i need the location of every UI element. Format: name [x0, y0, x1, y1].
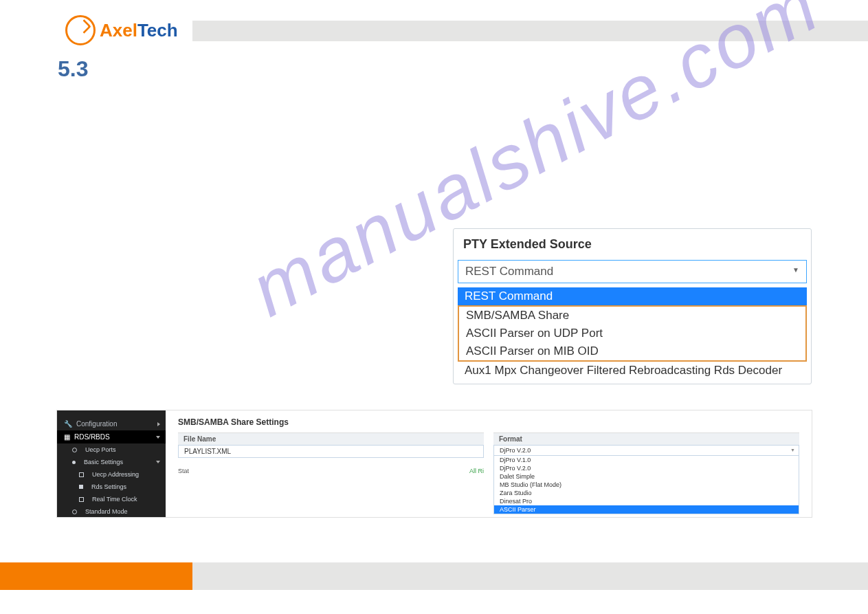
pty-option-udp[interactable]: ASCII Parser on UDP Port	[459, 325, 805, 342]
settings-panel: 🔧Configuration ▦RDS/RBDS Uecp Ports Basi…	[56, 410, 812, 518]
pty-select-field[interactable]: REST Command	[458, 260, 807, 283]
settings-main: SMB/SAMBA Share Settings File Name PLAYL…	[166, 410, 812, 517]
logo-icon	[65, 15, 96, 45]
pty-option-smb[interactable]: SMB/SAMBA Share	[459, 307, 805, 325]
footer-gray-block	[192, 562, 868, 590]
sidebar-real-time-clock[interactable]: Real Time Clock	[57, 493, 166, 505]
top-band	[192, 21, 868, 41]
logo-text: AxelTech	[100, 20, 178, 41]
pty-option-aux1[interactable]: Aux1 Mpx Changeover Filtered Rebroadcast…	[458, 362, 807, 380]
file-name-input[interactable]: PLAYLIST.XML	[178, 445, 484, 458]
pty-title: PTY Extended Source	[454, 229, 811, 260]
footer-orange-block	[0, 562, 192, 590]
logo-part1: Axel	[100, 20, 137, 41]
status-row: Stat All Ri	[178, 468, 484, 474]
format-opt-dalet[interactable]: Dalet Simple	[494, 472, 799, 481]
format-opt-djpro2[interactable]: DjPro V.2.0	[494, 464, 799, 472]
format-select[interactable]: DjPro V.2.0	[493, 445, 799, 456]
smb-title: SMB/SAMBA Share Settings	[178, 417, 799, 427]
format-opt-ascii[interactable]: ASCII Parser	[494, 505, 799, 514]
format-opt-djpro1[interactable]: DjPro V.1.0	[494, 456, 799, 464]
status-right: All Ri	[469, 468, 484, 474]
pty-dropdown-list: REST Command SMB/SAMBA Share ASCII Parse…	[458, 287, 807, 380]
sidebar-standard-mode[interactable]: Standard Mode	[57, 505, 166, 518]
format-opt-zara[interactable]: Zara Studio	[494, 489, 799, 497]
pty-extended-source-panel: PTY Extended Source REST Command REST Co…	[453, 228, 812, 384]
pty-option-rest[interactable]: REST Command	[458, 287, 807, 305]
grid-icon: ▦	[64, 433, 70, 441]
sidebar-config-label: Configuration	[76, 420, 117, 428]
file-name-label: File Name	[178, 432, 484, 445]
sidebar-uecp-addressing[interactable]: Uecp Addressing	[57, 468, 166, 481]
sidebar-rds-settings[interactable]: Rds Settings	[57, 481, 166, 493]
logo-part2: Tech	[137, 20, 178, 41]
wrench-icon: 🔧	[64, 420, 72, 428]
sidebar-uecp-ports[interactable]: Uecp Ports	[57, 443, 166, 456]
format-dropdown: DjPro V.1.0 DjPro V.2.0 Dalet Simple MB …	[493, 456, 799, 514]
format-opt-dinesat[interactable]: Dinesat Pro	[494, 497, 799, 505]
format-label: Format	[493, 432, 799, 445]
pty-highlight-frame: SMB/SAMBA Share ASCII Parser on UDP Port…	[458, 305, 807, 362]
section-number: 5.3	[58, 56, 88, 82]
brand-logo: AxelTech	[65, 15, 178, 45]
format-column: Format DjPro V.2.0 DjPro V.1.0 DjPro V.2…	[493, 432, 799, 514]
status-left: Stat	[178, 468, 189, 474]
sidebar-basic-settings[interactable]: Basic Settings	[57, 456, 166, 468]
sidebar-rds[interactable]: ▦RDS/RBDS	[57, 430, 166, 443]
sidebar-configuration[interactable]: 🔧Configuration	[57, 417, 166, 430]
format-opt-mbstudio[interactable]: MB Studio (Flat Mode)	[494, 481, 799, 489]
pty-option-mib[interactable]: ASCII Parser on MIB OID	[459, 342, 805, 360]
sidebar: 🔧Configuration ▦RDS/RBDS Uecp Ports Basi…	[57, 410, 166, 517]
sidebar-rds-label: RDS/RBDS	[74, 433, 110, 441]
file-name-column: File Name PLAYLIST.XML Stat All Ri	[178, 432, 484, 514]
